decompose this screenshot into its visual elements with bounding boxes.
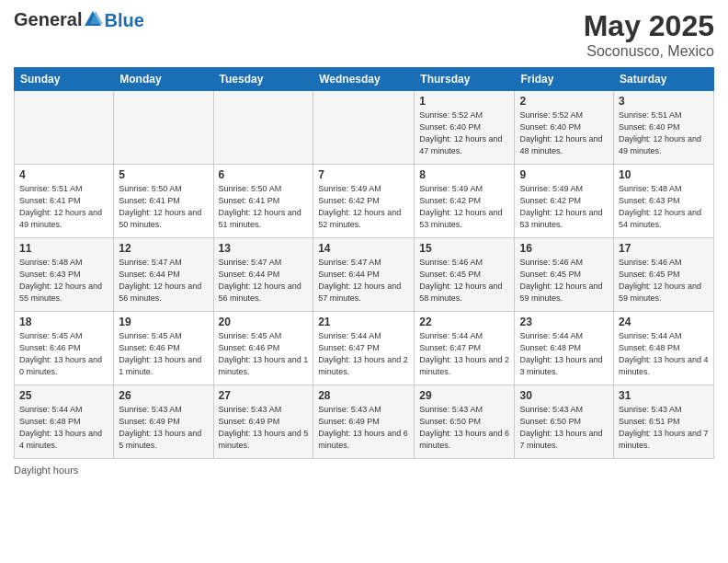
table-row: 15Sunrise: 5:46 AM Sunset: 6:45 PM Dayli… xyxy=(415,238,515,312)
table-row: 30Sunrise: 5:43 AM Sunset: 6:50 PM Dayli… xyxy=(515,385,614,459)
table-row: 17Sunrise: 5:46 AM Sunset: 6:45 PM Dayli… xyxy=(614,238,714,312)
table-row: 24Sunrise: 5:44 AM Sunset: 6:48 PM Dayli… xyxy=(614,312,714,385)
day-number: 6 xyxy=(219,168,309,181)
day-number: 10 xyxy=(619,168,709,181)
calendar: Sunday Monday Tuesday Wednesday Thursday… xyxy=(14,67,714,459)
title-area: May 2025 Soconusco, Mexico xyxy=(584,9,714,60)
location: Soconusco, Mexico xyxy=(584,43,714,60)
table-row: 11Sunrise: 5:48 AM Sunset: 6:43 PM Dayli… xyxy=(15,238,114,312)
table-row xyxy=(213,91,313,165)
day-info: Sunrise: 5:45 AM Sunset: 6:46 PM Dayligh… xyxy=(119,330,208,378)
day-info: Sunrise: 5:44 AM Sunset: 6:48 PM Dayligh… xyxy=(519,330,609,378)
table-row xyxy=(313,91,415,165)
day-number: 18 xyxy=(19,316,108,328)
day-info: Sunrise: 5:47 AM Sunset: 6:44 PM Dayligh… xyxy=(318,257,409,304)
table-row: 26Sunrise: 5:43 AM Sunset: 6:49 PM Dayli… xyxy=(114,385,213,459)
day-number: 12 xyxy=(119,242,208,255)
calendar-week-2: 11Sunrise: 5:48 AM Sunset: 6:43 PM Dayli… xyxy=(15,238,714,312)
day-number: 29 xyxy=(419,389,509,402)
table-row: 18Sunrise: 5:45 AM Sunset: 6:46 PM Dayli… xyxy=(15,312,114,385)
day-info: Sunrise: 5:46 AM Sunset: 6:45 PM Dayligh… xyxy=(419,257,509,304)
table-row: 20Sunrise: 5:45 AM Sunset: 6:46 PM Dayli… xyxy=(213,312,313,385)
day-number: 28 xyxy=(318,389,409,402)
day-info: Sunrise: 5:46 AM Sunset: 6:45 PM Dayligh… xyxy=(519,257,609,304)
day-info: Sunrise: 5:49 AM Sunset: 6:42 PM Dayligh… xyxy=(519,183,609,231)
day-number: 19 xyxy=(119,316,208,328)
month-year: May 2025 xyxy=(584,9,714,43)
day-number: 8 xyxy=(419,168,509,181)
day-info: Sunrise: 5:48 AM Sunset: 6:43 PM Dayligh… xyxy=(619,183,709,231)
calendar-header-row: Sunday Monday Tuesday Wednesday Thursday… xyxy=(15,68,714,91)
table-row: 31Sunrise: 5:43 AM Sunset: 6:51 PM Dayli… xyxy=(614,385,714,459)
day-number: 1 xyxy=(419,95,509,108)
table-row: 10Sunrise: 5:48 AM Sunset: 6:43 PM Dayli… xyxy=(614,165,714,238)
day-info: Sunrise: 5:50 AM Sunset: 6:41 PM Dayligh… xyxy=(119,183,208,231)
day-info: Sunrise: 5:44 AM Sunset: 6:48 PM Dayligh… xyxy=(619,330,709,378)
day-info: Sunrise: 5:43 AM Sunset: 6:50 PM Dayligh… xyxy=(419,404,509,452)
day-number: 24 xyxy=(619,316,709,328)
day-number: 14 xyxy=(318,242,409,255)
day-info: Sunrise: 5:43 AM Sunset: 6:49 PM Dayligh… xyxy=(318,404,409,452)
day-number: 2 xyxy=(519,95,609,108)
day-number: 4 xyxy=(19,168,108,181)
header: General Blue May 2025 Soconusco, Mexico xyxy=(14,9,714,60)
page: General Blue May 2025 Soconusco, Mexico … xyxy=(0,0,728,563)
day-number: 27 xyxy=(219,389,309,402)
day-info: Sunrise: 5:51 AM Sunset: 6:41 PM Dayligh… xyxy=(19,183,108,231)
day-number: 20 xyxy=(219,316,309,328)
day-number: 22 xyxy=(419,316,509,328)
table-row: 16Sunrise: 5:46 AM Sunset: 6:45 PM Dayli… xyxy=(515,238,614,312)
col-sunday: Sunday xyxy=(15,68,114,91)
table-row: 3Sunrise: 5:51 AM Sunset: 6:40 PM Daylig… xyxy=(614,91,714,165)
table-row: 2Sunrise: 5:52 AM Sunset: 6:40 PM Daylig… xyxy=(515,91,614,165)
table-row: 19Sunrise: 5:45 AM Sunset: 6:46 PM Dayli… xyxy=(114,312,213,385)
day-number: 21 xyxy=(318,316,409,328)
table-row: 23Sunrise: 5:44 AM Sunset: 6:48 PM Dayli… xyxy=(515,312,614,385)
calendar-week-3: 18Sunrise: 5:45 AM Sunset: 6:46 PM Dayli… xyxy=(15,312,714,385)
day-number: 23 xyxy=(519,316,609,328)
table-row: 7Sunrise: 5:49 AM Sunset: 6:42 PM Daylig… xyxy=(313,165,415,238)
day-number: 5 xyxy=(119,168,208,181)
table-row: 27Sunrise: 5:43 AM Sunset: 6:49 PM Dayli… xyxy=(213,385,313,459)
day-info: Sunrise: 5:49 AM Sunset: 6:42 PM Dayligh… xyxy=(318,183,409,231)
day-info: Sunrise: 5:43 AM Sunset: 6:49 PM Dayligh… xyxy=(119,404,208,452)
day-number: 7 xyxy=(318,168,409,181)
logo-general: General xyxy=(14,10,82,29)
logo-icon xyxy=(83,9,103,29)
day-info: Sunrise: 5:52 AM Sunset: 6:40 PM Dayligh… xyxy=(519,109,609,157)
table-row: 21Sunrise: 5:44 AM Sunset: 6:47 PM Dayli… xyxy=(313,312,415,385)
table-row: 29Sunrise: 5:43 AM Sunset: 6:50 PM Dayli… xyxy=(415,385,515,459)
table-row: 6Sunrise: 5:50 AM Sunset: 6:41 PM Daylig… xyxy=(213,165,313,238)
col-saturday: Saturday xyxy=(614,68,714,91)
table-row xyxy=(114,91,213,165)
day-info: Sunrise: 5:44 AM Sunset: 6:47 PM Dayligh… xyxy=(318,330,409,378)
table-row: 1Sunrise: 5:52 AM Sunset: 6:40 PM Daylig… xyxy=(415,91,515,165)
day-info: Sunrise: 5:44 AM Sunset: 6:48 PM Dayligh… xyxy=(19,404,108,452)
table-row: 4Sunrise: 5:51 AM Sunset: 6:41 PM Daylig… xyxy=(15,165,114,238)
day-number: 31 xyxy=(619,389,709,402)
day-number: 11 xyxy=(19,242,108,255)
table-row: 13Sunrise: 5:47 AM Sunset: 6:44 PM Dayli… xyxy=(213,238,313,312)
col-tuesday: Tuesday xyxy=(213,68,313,91)
daylight-label: Daylight hours xyxy=(14,465,78,476)
day-number: 30 xyxy=(519,389,609,402)
table-row: 28Sunrise: 5:43 AM Sunset: 6:49 PM Dayli… xyxy=(313,385,415,459)
day-number: 15 xyxy=(419,242,509,255)
calendar-week-1: 4Sunrise: 5:51 AM Sunset: 6:41 PM Daylig… xyxy=(15,165,714,238)
table-row: 9Sunrise: 5:49 AM Sunset: 6:42 PM Daylig… xyxy=(515,165,614,238)
calendar-week-0: 1Sunrise: 5:52 AM Sunset: 6:40 PM Daylig… xyxy=(15,91,714,165)
day-number: 25 xyxy=(19,389,108,402)
day-info: Sunrise: 5:45 AM Sunset: 6:46 PM Dayligh… xyxy=(219,330,309,378)
col-monday: Monday xyxy=(114,68,213,91)
day-info: Sunrise: 5:50 AM Sunset: 6:41 PM Dayligh… xyxy=(219,183,309,231)
table-row: 25Sunrise: 5:44 AM Sunset: 6:48 PM Dayli… xyxy=(15,385,114,459)
day-info: Sunrise: 5:43 AM Sunset: 6:49 PM Dayligh… xyxy=(219,404,309,452)
col-friday: Friday xyxy=(515,68,614,91)
day-number: 26 xyxy=(119,389,208,402)
day-number: 17 xyxy=(619,242,709,255)
day-number: 16 xyxy=(519,242,609,255)
logo: General Blue xyxy=(14,9,144,29)
logo-blue: Blue xyxy=(104,11,143,29)
day-info: Sunrise: 5:47 AM Sunset: 6:44 PM Dayligh… xyxy=(119,257,208,304)
day-info: Sunrise: 5:45 AM Sunset: 6:46 PM Dayligh… xyxy=(19,330,108,378)
